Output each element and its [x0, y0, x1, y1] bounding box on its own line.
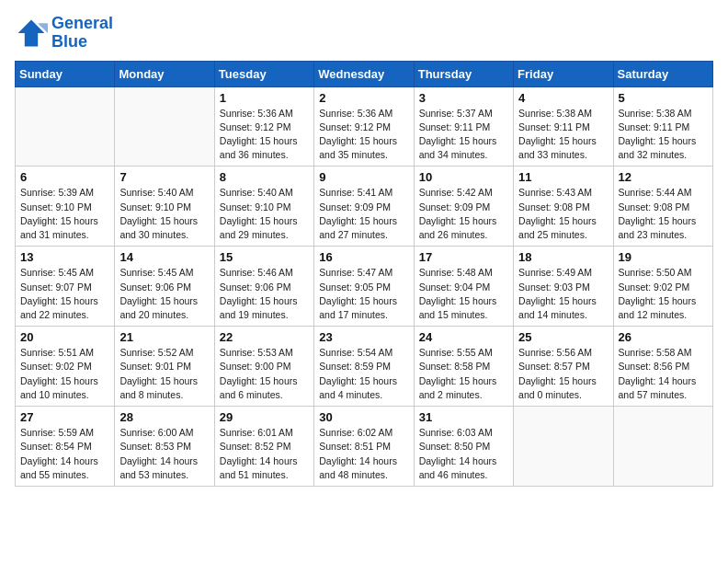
calendar-cell: 29Sunrise: 6:01 AMSunset: 8:52 PMDayligh… — [214, 407, 313, 487]
weekday-header-monday: Monday — [115, 61, 214, 86]
day-number: 18 — [518, 250, 608, 264]
day-number: 3 — [419, 91, 508, 105]
day-number: 20 — [20, 330, 109, 344]
page-header: General Blue — [15, 15, 713, 52]
day-info: Sunrise: 5:44 AMSunset: 9:08 PMDaylight:… — [619, 186, 708, 242]
day-info: Sunrise: 5:40 AMSunset: 9:10 PMDaylight:… — [220, 186, 309, 242]
day-info: Sunrise: 5:38 AMSunset: 9:11 PMDaylight:… — [619, 107, 708, 163]
calendar-cell: 6Sunrise: 5:39 AMSunset: 9:10 PMDaylight… — [16, 167, 115, 247]
day-info: Sunrise: 5:38 AMSunset: 9:11 PMDaylight:… — [518, 107, 608, 163]
day-number: 27 — [20, 410, 109, 424]
day-number: 17 — [419, 250, 508, 264]
day-info: Sunrise: 5:37 AMSunset: 9:11 PMDaylight:… — [419, 107, 508, 163]
day-number: 12 — [619, 170, 708, 184]
weekday-header-saturday: Saturday — [613, 61, 712, 86]
calendar-cell — [613, 407, 712, 487]
day-info: Sunrise: 5:42 AMSunset: 9:09 PMDaylight:… — [419, 186, 508, 242]
day-number: 23 — [319, 330, 408, 344]
calendar-cell: 28Sunrise: 6:00 AMSunset: 8:53 PMDayligh… — [115, 407, 214, 487]
calendar-cell: 14Sunrise: 5:45 AMSunset: 9:06 PMDayligh… — [115, 247, 214, 327]
day-info: Sunrise: 6:01 AMSunset: 8:52 PMDaylight:… — [220, 426, 309, 482]
day-number: 6 — [20, 170, 109, 184]
day-info: Sunrise: 5:51 AMSunset: 9:02 PMDaylight:… — [20, 346, 109, 402]
calendar-cell: 25Sunrise: 5:56 AMSunset: 8:57 PMDayligh… — [514, 327, 613, 407]
day-info: Sunrise: 5:36 AMSunset: 9:12 PMDaylight:… — [319, 107, 408, 163]
calendar-cell: 26Sunrise: 5:58 AMSunset: 8:56 PMDayligh… — [613, 327, 712, 407]
calendar-week-row: 20Sunrise: 5:51 AMSunset: 9:02 PMDayligh… — [16, 327, 713, 407]
day-info: Sunrise: 5:36 AMSunset: 9:12 PMDaylight:… — [220, 107, 309, 163]
calendar-cell: 31Sunrise: 6:03 AMSunset: 8:50 PMDayligh… — [414, 407, 513, 487]
calendar-cell: 17Sunrise: 5:48 AMSunset: 9:04 PMDayligh… — [414, 247, 513, 327]
calendar-cell: 23Sunrise: 5:54 AMSunset: 8:59 PMDayligh… — [314, 327, 414, 407]
calendar-cell: 4Sunrise: 5:38 AMSunset: 9:11 PMDaylight… — [514, 86, 613, 167]
day-info: Sunrise: 5:45 AMSunset: 9:07 PMDaylight:… — [20, 266, 109, 322]
day-number: 14 — [119, 250, 209, 264]
calendar-cell: 21Sunrise: 5:52 AMSunset: 9:01 PMDayligh… — [115, 327, 214, 407]
day-info: Sunrise: 5:48 AMSunset: 9:04 PMDaylight:… — [419, 266, 508, 322]
day-number: 4 — [518, 91, 608, 105]
day-number: 24 — [419, 330, 508, 344]
day-info: Sunrise: 5:43 AMSunset: 9:08 PMDaylight:… — [518, 186, 608, 242]
weekday-header-friday: Friday — [514, 61, 613, 86]
day-number: 29 — [220, 410, 309, 424]
calendar-header-row: SundayMondayTuesdayWednesdayThursdayFrid… — [16, 61, 713, 86]
weekday-header-sunday: Sunday — [16, 61, 115, 86]
weekday-header-thursday: Thursday — [414, 61, 513, 86]
day-number: 19 — [619, 250, 708, 264]
logo-text: General Blue — [51, 15, 113, 52]
day-info: Sunrise: 5:53 AMSunset: 9:00 PMDaylight:… — [220, 346, 309, 402]
day-info: Sunrise: 5:39 AMSunset: 9:10 PMDaylight:… — [20, 186, 109, 242]
calendar-cell: 15Sunrise: 5:46 AMSunset: 9:06 PMDayligh… — [214, 247, 313, 327]
day-info: Sunrise: 5:52 AMSunset: 9:01 PMDaylight:… — [119, 346, 209, 402]
calendar-week-row: 13Sunrise: 5:45 AMSunset: 9:07 PMDayligh… — [16, 247, 713, 327]
day-info: Sunrise: 5:55 AMSunset: 8:58 PMDaylight:… — [419, 346, 508, 402]
calendar-cell: 9Sunrise: 5:41 AMSunset: 9:09 PMDaylight… — [314, 167, 414, 247]
calendar-cell: 1Sunrise: 5:36 AMSunset: 9:12 PMDaylight… — [214, 86, 313, 167]
calendar-cell: 30Sunrise: 6:02 AMSunset: 8:51 PMDayligh… — [314, 407, 414, 487]
calendar-cell: 5Sunrise: 5:38 AMSunset: 9:11 PMDaylight… — [613, 86, 712, 167]
calendar-table: SundayMondayTuesdayWednesdayThursdayFrid… — [15, 61, 713, 487]
calendar-cell: 22Sunrise: 5:53 AMSunset: 9:00 PMDayligh… — [214, 327, 313, 407]
day-number: 21 — [119, 330, 209, 344]
weekday-header-tuesday: Tuesday — [214, 61, 313, 86]
day-number: 7 — [119, 170, 209, 184]
calendar-cell: 12Sunrise: 5:44 AMSunset: 9:08 PMDayligh… — [613, 167, 712, 247]
day-number: 15 — [220, 250, 309, 264]
calendar-cell — [16, 86, 115, 167]
day-number: 10 — [419, 170, 508, 184]
calendar-cell: 3Sunrise: 5:37 AMSunset: 9:11 PMDaylight… — [414, 86, 513, 167]
day-info: Sunrise: 6:00 AMSunset: 8:53 PMDaylight:… — [119, 426, 209, 482]
calendar-cell — [514, 407, 613, 487]
day-number: 13 — [20, 250, 109, 264]
calendar-week-row: 1Sunrise: 5:36 AMSunset: 9:12 PMDaylight… — [16, 86, 713, 167]
calendar-cell — [115, 86, 214, 167]
day-info: Sunrise: 5:58 AMSunset: 8:56 PMDaylight:… — [619, 346, 708, 402]
day-number: 11 — [518, 170, 608, 184]
day-info: Sunrise: 5:47 AMSunset: 9:05 PMDaylight:… — [319, 266, 408, 322]
day-number: 5 — [619, 91, 708, 105]
day-number: 16 — [319, 250, 408, 264]
calendar-cell: 8Sunrise: 5:40 AMSunset: 9:10 PMDaylight… — [214, 167, 313, 247]
calendar-cell: 27Sunrise: 5:59 AMSunset: 8:54 PMDayligh… — [16, 407, 115, 487]
calendar-cell: 20Sunrise: 5:51 AMSunset: 9:02 PMDayligh… — [16, 327, 115, 407]
calendar-cell: 7Sunrise: 5:40 AMSunset: 9:10 PMDaylight… — [115, 167, 214, 247]
logo: General Blue — [15, 15, 113, 52]
calendar-cell: 19Sunrise: 5:50 AMSunset: 9:02 PMDayligh… — [613, 247, 712, 327]
day-number: 1 — [220, 91, 309, 105]
day-info: Sunrise: 5:45 AMSunset: 9:06 PMDaylight:… — [119, 266, 209, 322]
calendar-cell: 18Sunrise: 5:49 AMSunset: 9:03 PMDayligh… — [514, 247, 613, 327]
calendar-cell: 11Sunrise: 5:43 AMSunset: 9:08 PMDayligh… — [514, 167, 613, 247]
calendar-cell: 2Sunrise: 5:36 AMSunset: 9:12 PMDaylight… — [314, 86, 414, 167]
day-info: Sunrise: 6:03 AMSunset: 8:50 PMDaylight:… — [419, 426, 508, 482]
day-number: 22 — [220, 330, 309, 344]
day-info: Sunrise: 5:59 AMSunset: 8:54 PMDaylight:… — [20, 426, 109, 482]
calendar-cell: 16Sunrise: 5:47 AMSunset: 9:05 PMDayligh… — [314, 247, 414, 327]
day-info: Sunrise: 5:49 AMSunset: 9:03 PMDaylight:… — [518, 266, 608, 322]
calendar-cell: 24Sunrise: 5:55 AMSunset: 8:58 PMDayligh… — [414, 327, 513, 407]
day-number: 9 — [319, 170, 408, 184]
day-number: 26 — [619, 330, 708, 344]
day-info: Sunrise: 5:41 AMSunset: 9:09 PMDaylight:… — [319, 186, 408, 242]
day-number: 30 — [319, 410, 408, 424]
calendar-cell: 10Sunrise: 5:42 AMSunset: 9:09 PMDayligh… — [414, 167, 513, 247]
day-info: Sunrise: 5:56 AMSunset: 8:57 PMDaylight:… — [518, 346, 608, 402]
